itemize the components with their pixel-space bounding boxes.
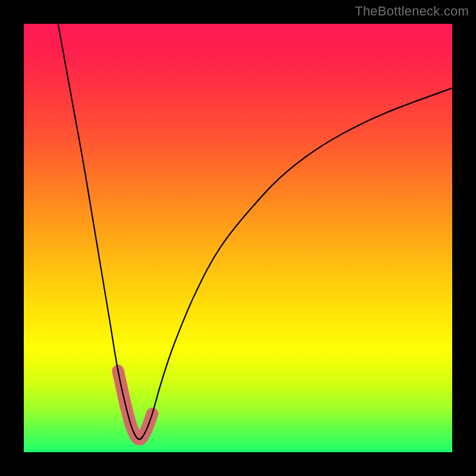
- chart-svg: [24, 24, 452, 452]
- plot-area: [24, 24, 452, 452]
- chart-frame: TheBottleneck.com: [0, 0, 476, 476]
- watermark-text: TheBottleneck.com: [355, 4, 469, 19]
